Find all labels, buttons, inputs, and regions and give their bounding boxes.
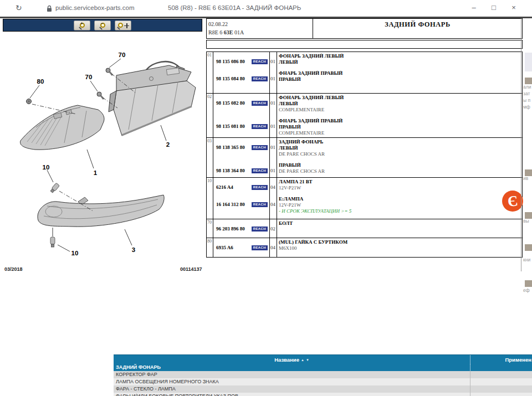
eurorepar-logo[interactable]: Є: [502, 191, 523, 212]
desc-line: M6X100: [279, 245, 522, 251]
parts-row-group: 0398 138 365 80REACH01ЗАДНИЙ ФОНАРЬЛЕВЫЙ…: [207, 138, 522, 178]
reach-badge[interactable]: REACH: [252, 76, 268, 81]
part-number-link[interactable]: 98 138 364 80: [216, 168, 245, 173]
part-number-cell: 6216 A4REACH: [213, 179, 269, 191]
part-number-link[interactable]: 98 135 084 80: [216, 76, 245, 81]
minimize-button[interactable]: –: [467, 2, 481, 13]
reach-badge[interactable]: REACH: [252, 168, 268, 173]
reach-badge[interactable]: REACH: [252, 124, 268, 129]
part-item-row: 16 164 312 80REACH04Е:ЛАМПА12V-P21W- И С…: [213, 196, 522, 214]
reach-badge[interactable]: REACH: [252, 245, 268, 250]
qty-cell: 04: [269, 196, 277, 214]
part-number-cell: 98 135 086 80REACH: [213, 53, 269, 65]
sidebar-icon-box[interactable]: [525, 280, 532, 287]
sidebar-text-fragment: ы п: [523, 97, 532, 103]
sidebar-text-fragment: еф: [523, 287, 532, 293]
desc-line: ПРАВЫЙ: [279, 76, 522, 83]
reload-icon[interactable]: ↻: [16, 3, 22, 12]
part-item-row: 96 203 896 80REACH02БОЛТ: [213, 220, 522, 232]
close-button[interactable]: ×: [507, 2, 521, 13]
desc-line: Е:ЛАМПА: [279, 196, 522, 202]
part-number-link[interactable]: 96 203 896 80: [216, 226, 245, 232]
part-number-cell: 98 138 365 80REACH: [213, 139, 269, 157]
part-number-link[interactable]: 98 135 081 80: [216, 124, 245, 129]
zoom-pan-button[interactable]: [115, 20, 131, 30]
part-number-link[interactable]: 98 135 082 80: [216, 100, 245, 106]
part-description: ФНАРЬ ЗАДНИЙ ПРАВЫЙПРАВЫЙ: [277, 70, 522, 83]
sidebar-text-fragment: мф: [523, 104, 532, 110]
sidebar-text-fragment: али: [523, 84, 532, 90]
parts-row-group: 806935 A6REACH04(MUL) ГАЙКА С БУРТИКОМM6…: [207, 238, 522, 257]
lock-icon: [47, 4, 52, 14]
sort-asc-icon[interactable]: ▲: [301, 358, 304, 362]
tail-lamp-inner: [109, 61, 196, 136]
callout-number: 2: [166, 141, 170, 148]
row-ref-number: 80: [207, 239, 212, 244]
part-number-cell: 98 135 084 80REACH: [213, 70, 269, 83]
reach-badge[interactable]: REACH: [252, 145, 268, 150]
row-ref-number: 10: [207, 178, 212, 183]
part-number-link[interactable]: 6935 A6: [216, 245, 233, 250]
bottom-table-row[interactable]: ЛАМПА ОСВЕЩЕНИЯ НОМЕРНОГО ЗНАКА: [114, 378, 532, 385]
part-description: ЗАДНИЙ ФОНАРЬЛЕВЫЙDE PARE CHOCS AR: [277, 139, 522, 157]
sidebar-icon-box[interactable]: [525, 244, 532, 251]
header-reference: 02.08.22 R8E 6 63E 01A: [207, 19, 313, 38]
reach-badge[interactable]: REACH: [252, 185, 268, 190]
magnifier-pan-icon: [118, 23, 123, 28]
url-text[interactable]: public.servicebox-parts.com: [55, 4, 135, 11]
row-label: КОРРЕКТОР ФАР: [114, 371, 470, 378]
header-title: ЗАДНИЙ ФОНАРЬ: [313, 19, 522, 38]
part-number-link[interactable]: 98 138 365 80: [216, 145, 245, 150]
desc-line: COMPLEMENTAIRE: [279, 107, 522, 113]
part-description: ФОНАРЬ ЗАДНИЙ ЛЕВЫЙЛЕВЫЙ: [277, 53, 522, 65]
nut-icon: [27, 99, 32, 104]
bottom-table-row[interactable]: КОРРЕКТОР ФАР: [114, 371, 532, 378]
row-ref-number: 02: [207, 94, 212, 99]
part-description: ЛАМПА 21 ВТ12V-P21W: [277, 179, 522, 191]
reach-badge[interactable]: REACH: [252, 202, 268, 207]
part-item-row: 6935 A6REACH04(MUL) ГАЙКА С БУРТИКОМM6X1…: [213, 239, 522, 251]
desc-line: ФОНАРЬ ЗАДНИЙ ЛЕВЫЙ: [279, 95, 522, 101]
part-number-link[interactable]: 98 135 086 80: [216, 59, 245, 64]
desc-line: ЛЕВЫЙ: [279, 145, 522, 151]
tail-lamp-outer: [21, 105, 104, 150]
reach-badge[interactable]: REACH: [252, 227, 268, 232]
row-label: ЗАДНИЙ ФОНАРЬ: [114, 364, 470, 371]
part-number-cell: 98 138 364 80REACH: [213, 162, 269, 174]
row-applied-cell: [470, 385, 532, 393]
part-number-link[interactable]: 6216 A4: [216, 184, 233, 190]
diagram-number: 00114137: [180, 266, 202, 272]
desc-line: ФОНАРЬ ЗАДНИЙ ЛЕВЫЙ: [279, 53, 522, 59]
desc-line: БОЛТ: [279, 220, 522, 227]
sidebar-text-fragment: зат: [523, 91, 532, 96]
zoom-out-button[interactable]: −: [94, 20, 111, 30]
desc-line: ФНАРЬ ЗАДНИЙ ПРАВЫЙ: [279, 118, 522, 124]
bottom-table-row[interactable]: ЗАДНИЙ ФОНАРЬ: [114, 364, 532, 371]
row-ref-number: 01: [207, 53, 212, 58]
part-item-row: 98 138 364 80REACH01ПРАВЫЙDE PARE CHOCS …: [213, 162, 522, 174]
callout-number: 3: [132, 246, 135, 253]
sidebar-icon-box[interactable]: [525, 78, 532, 84]
column-name-header[interactable]: Название ▲ ▼: [114, 355, 470, 364]
sidebar-text-fragment: ив: [523, 176, 532, 181]
bottom-table-row[interactable]: ФАРА - СТЕКЛО - ЛАМПА: [114, 385, 532, 393]
column-applied-header[interactable]: Применен: [470, 355, 532, 364]
sort-desc-icon[interactable]: ▼: [306, 358, 309, 362]
qty-cell: 04: [269, 179, 277, 191]
parts-table-header: 02.08.22 R8E 6 63E 01A ЗАДНИЙ ФОНАРЬ: [206, 18, 523, 39]
row-label: ЛАМПА ОСВЕЩЕНИЯ НОМЕРНОГО ЗНАКА: [114, 378, 470, 385]
callout-number: 80: [37, 78, 44, 85]
desc-line: ПРАВЫЙ: [279, 162, 522, 168]
bottom-table-row[interactable]: ФАРЫ И/ИЛИ БОКОВЫЕ ПОВТОРИТЕЛИ УКАЗ.ПОВ.: [114, 393, 532, 396]
part-number-link[interactable]: 16 164 312 80: [216, 202, 245, 207]
part-item-row: 98 135 086 80REACH01ФОНАРЬ ЗАДНИЙ ЛЕВЫЙЛ…: [213, 53, 522, 65]
row-applied-cell: [470, 378, 532, 385]
maximize-button[interactable]: □: [487, 2, 501, 13]
zoom-in-button[interactable]: +: [74, 20, 90, 30]
desc-line: DE PARE CHOCS AR: [279, 151, 522, 157]
bottom-table-rows: ЗАДНИЙ ФОНАРЬКОРРЕКТОР ФАРЛАМПА ОСВЕЩЕНИ…: [114, 364, 532, 396]
desc-line: COMPLEMENTAIRE: [279, 130, 522, 136]
callout-number: 10: [71, 250, 79, 256]
reach-badge[interactable]: REACH: [252, 59, 268, 64]
reach-badge[interactable]: REACH: [252, 101, 268, 106]
